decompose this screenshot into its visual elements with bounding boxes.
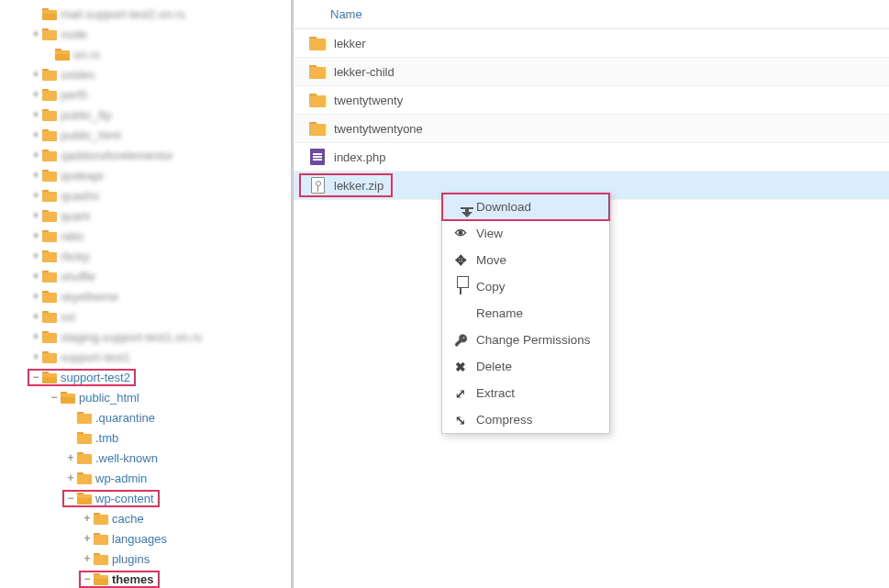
tree-item[interactable]: +node xyxy=(0,24,291,44)
toggle-expand-icon[interactable]: + xyxy=(83,512,92,525)
folder-tree-sidebar: mail.support-test2.on.rs +node on.rs +ox… xyxy=(0,0,294,588)
folder-icon xyxy=(77,472,92,484)
menu-item-permissions[interactable]: Change Permissions xyxy=(442,327,609,353)
move-icon xyxy=(453,252,468,269)
folder-icon xyxy=(42,8,57,20)
tree-item[interactable]: on.rs xyxy=(0,44,291,64)
tree-item[interactable]: +quadric xyxy=(0,185,291,205)
menu-item-rename[interactable]: Rename xyxy=(442,300,609,327)
tree-item[interactable]: +qaddonsforelementor xyxy=(0,145,291,165)
menu-item-move[interactable]: Move xyxy=(442,247,609,273)
compress-icon xyxy=(453,413,468,427)
file-name: twentytwentyone xyxy=(334,122,423,136)
folder-icon xyxy=(94,533,108,545)
tree-item[interactable]: mail.support-test2.on.rs xyxy=(0,4,291,24)
tree-item-quarantine[interactable]: .quarantine xyxy=(0,407,291,427)
tree-item[interactable]: +qodeapi xyxy=(0,165,291,185)
folder-open-icon xyxy=(61,392,75,404)
folder-tree: mail.support-test2.on.rs +node on.rs +ox… xyxy=(0,4,291,588)
copy-icon xyxy=(453,280,468,294)
folder-icon xyxy=(42,230,57,242)
folder-icon xyxy=(309,65,326,79)
table-row[interactable]: lekker-child xyxy=(294,58,889,86)
tree-item[interactable]: +quark xyxy=(0,205,291,226)
tree-label: languages xyxy=(112,532,167,546)
tree-item-wp-content[interactable]: − wp-content xyxy=(0,488,291,508)
folder-icon xyxy=(42,89,57,101)
tree-item-plugins[interactable]: + plugins xyxy=(0,549,291,569)
tree-item[interactable]: +support-test1 xyxy=(0,347,291,367)
tree-item[interactable]: +ratio xyxy=(0,226,291,246)
tree-item[interactable]: +staging.support-test1.on.rs xyxy=(0,327,291,347)
table-row[interactable]: index.php xyxy=(294,143,889,172)
tree-item[interactable]: +ssl xyxy=(0,306,291,327)
context-menu: Download View Move Copy Rename Change Pe… xyxy=(441,193,610,434)
toggle-expand-icon[interactable]: + xyxy=(83,532,92,545)
folder-icon xyxy=(42,190,57,202)
tree-item[interactable]: +rbckp xyxy=(0,246,291,266)
extract-icon xyxy=(453,386,468,401)
menu-item-download[interactable]: Download xyxy=(442,194,609,220)
toggle-expand-icon[interactable]: + xyxy=(66,451,75,464)
tree-item-cache[interactable]: + cache xyxy=(0,508,291,528)
menu-label: Rename xyxy=(476,306,523,320)
tree-label: themes xyxy=(112,572,154,586)
folder-icon xyxy=(42,331,57,343)
tree-label: public_html xyxy=(79,391,139,405)
toggle-expand-icon[interactable]: + xyxy=(83,552,92,565)
menu-label: Download xyxy=(476,200,531,214)
tree-label: support-test2 xyxy=(61,371,130,384)
file-name: lekker-child xyxy=(334,65,394,79)
folder-icon xyxy=(77,432,92,444)
tree-item-themes[interactable]: − themes xyxy=(0,569,291,588)
tree-label: wp-content xyxy=(95,492,154,505)
table-header[interactable]: Name xyxy=(294,0,889,29)
column-header-name[interactable]: Name xyxy=(330,7,362,21)
tree-label: wp-admin xyxy=(95,472,147,485)
tree-item-languages[interactable]: + languages xyxy=(0,528,291,549)
tree-item-tmb[interactable]: .tmb xyxy=(0,427,291,448)
table-row[interactable]: twentytwenty xyxy=(294,86,889,115)
table-row[interactable]: lekker xyxy=(294,29,889,58)
tree-item[interactable]: +public_html xyxy=(0,125,291,145)
menu-label: Delete xyxy=(476,360,512,373)
folder-icon xyxy=(42,109,57,121)
folder-icon xyxy=(42,311,57,323)
folder-icon xyxy=(94,513,108,525)
toggle-collapse-icon[interactable]: − xyxy=(50,391,59,404)
file-name: lekker.zip xyxy=(334,179,383,193)
menu-item-compress[interactable]: Compress xyxy=(442,406,609,433)
folder-open-icon xyxy=(77,493,92,505)
toggle-expand-icon[interactable]: + xyxy=(66,472,75,484)
menu-item-copy[interactable]: Copy xyxy=(442,273,609,300)
php-file-icon xyxy=(310,149,325,165)
tree-item[interactable]: +shuffle xyxy=(0,266,291,286)
folder-open-icon xyxy=(94,573,108,585)
tree-item[interactable]: +oxides xyxy=(0,64,291,84)
tree-label: plugins xyxy=(112,552,150,566)
tree-item[interactable]: +public_ftp xyxy=(0,105,291,125)
menu-item-view[interactable]: View xyxy=(442,220,609,247)
toggle-collapse-icon[interactable]: − xyxy=(31,371,40,383)
folder-icon xyxy=(77,412,92,424)
folder-icon xyxy=(77,452,92,464)
tree-item[interactable]: +perl5 xyxy=(0,84,291,105)
folder-icon xyxy=(42,351,57,363)
tree-item-wp-admin[interactable]: + wp-admin xyxy=(0,468,291,488)
tree-item[interactable]: +skyetheme xyxy=(0,286,291,306)
table-row[interactable]: twentytwentyone xyxy=(294,115,889,143)
menu-item-delete[interactable]: Delete xyxy=(442,353,609,380)
menu-item-extract[interactable]: Extract xyxy=(442,380,609,406)
toggle-collapse-icon[interactable]: − xyxy=(83,572,92,585)
folder-icon xyxy=(42,69,57,81)
menu-label: Extract xyxy=(476,386,515,400)
toggle-collapse-icon[interactable]: − xyxy=(66,492,75,505)
delete-icon xyxy=(453,360,468,374)
sidebar-resize-handle[interactable] xyxy=(288,0,294,588)
tree-item-support-test2[interactable]: − support-test2 xyxy=(0,367,291,387)
tree-item-well-known[interactable]: + .well-known xyxy=(0,448,291,468)
menu-label: Move xyxy=(476,253,506,267)
folder-icon xyxy=(309,94,326,107)
tree-item-public-html[interactable]: − public_html xyxy=(0,387,291,407)
key-icon xyxy=(453,333,468,347)
